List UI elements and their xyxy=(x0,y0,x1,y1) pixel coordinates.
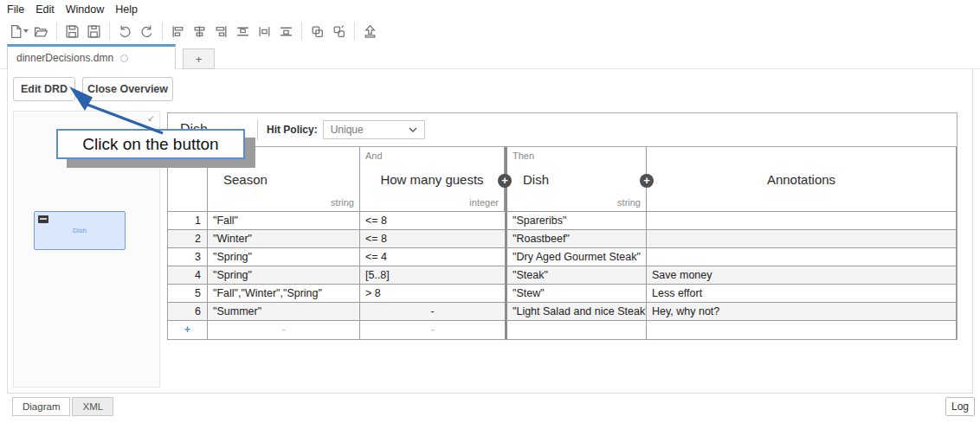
cell-dish[interactable]: "Steak" xyxy=(505,266,647,285)
add-row-placeholder[interactable] xyxy=(647,321,957,339)
row-number: 4 xyxy=(168,266,208,285)
cell-annotation[interactable] xyxy=(647,230,957,248)
column-type: integer xyxy=(469,197,499,208)
row-number: 3 xyxy=(168,248,208,266)
menu-edit[interactable]: Edit xyxy=(35,3,55,16)
toolbar-separator xyxy=(56,22,57,40)
column-label: Annotations xyxy=(647,172,956,187)
row-number: 6 xyxy=(168,303,208,321)
cell-annotation[interactable]: Less effort xyxy=(647,285,957,303)
open-file-icon[interactable] xyxy=(30,21,52,42)
add-row-button[interactable]: + xyxy=(168,321,208,339)
decision-table: Dish Hit Policy: Unique + + Season strin… xyxy=(167,112,957,340)
add-column-button[interactable]: + xyxy=(640,174,654,188)
toolbar-separator xyxy=(301,22,302,40)
menu-file[interactable]: File xyxy=(7,3,24,16)
add-row-placeholder[interactable] xyxy=(505,321,647,339)
menu-help[interactable]: Help xyxy=(115,3,138,16)
align-right-icon[interactable] xyxy=(210,21,232,42)
cell-guests[interactable]: <= 8 xyxy=(360,212,505,230)
hit-policy-label: Hit Policy: xyxy=(267,124,318,136)
cell-guests[interactable]: <= 4 xyxy=(360,248,505,266)
decision-node-dish[interactable]: Dish xyxy=(34,211,126,250)
cell-dish[interactable]: "Roastbeef" xyxy=(505,230,647,248)
close-overview-button[interactable]: Close Overview xyxy=(82,77,173,101)
collapse-panel-icon[interactable]: ↙ xyxy=(148,113,155,123)
align-center-icon[interactable] xyxy=(189,21,210,42)
menu-bar: File Edit Window Help xyxy=(0,0,980,18)
cell-season[interactable]: "Spring" xyxy=(208,248,360,266)
column-label: Dish xyxy=(507,172,646,187)
redo-icon[interactable] xyxy=(136,21,158,42)
add-row-placeholder[interactable]: - xyxy=(360,321,505,339)
ungroup-icon[interactable] xyxy=(328,21,350,42)
cell-season[interactable]: "Fall" xyxy=(208,212,360,230)
toolbar xyxy=(0,18,980,44)
cell-guests[interactable]: - xyxy=(360,303,505,321)
align-left-icon[interactable] xyxy=(167,21,189,42)
decision-node-label: Dish xyxy=(35,227,125,234)
cell-dish[interactable]: "Spareribs" xyxy=(505,212,647,230)
column-label: Season xyxy=(208,172,359,187)
add-column-button[interactable]: + xyxy=(498,174,512,188)
decision-table-glyph-icon xyxy=(38,215,48,223)
log-button[interactable]: Log xyxy=(945,397,975,416)
hit-policy-value: Unique xyxy=(331,124,364,136)
cell-annotation[interactable]: Hey, why not? xyxy=(647,303,957,321)
titlebar-divider xyxy=(257,119,258,140)
row-number: 5 xyxy=(168,285,208,303)
header-guests[interactable]: And How many guests integer xyxy=(360,147,505,212)
new-tab-button[interactable]: + xyxy=(183,48,215,69)
row-number: 2 xyxy=(168,230,208,248)
cell-annotation[interactable]: Save money xyxy=(647,266,957,285)
cell-season[interactable]: "Spring" xyxy=(208,266,360,285)
cell-dish[interactable]: "Light Salad and nice Steak" xyxy=(505,303,647,321)
toolbar-separator xyxy=(354,22,355,40)
tutorial-tooltip: Click on the button xyxy=(56,129,245,159)
editor-content-area: Edit DRD Close Overview ↙ Dish Dish Hit … xyxy=(7,69,973,394)
cell-season[interactable]: "Winter" xyxy=(208,230,360,248)
new-file-dropdown-caret[interactable] xyxy=(23,29,29,33)
cell-guests[interactable]: > 8 xyxy=(360,285,505,303)
column-type: string xyxy=(331,197,354,208)
header-dish[interactable]: Then Dish string xyxy=(505,147,647,212)
save-icon[interactable] xyxy=(61,21,83,42)
cell-season[interactable]: "Summer" xyxy=(208,303,360,321)
distribute-top-icon[interactable] xyxy=(232,21,254,42)
upload-icon[interactable] xyxy=(359,21,381,42)
cell-annotation[interactable] xyxy=(647,212,957,230)
header-annotations[interactable]: Annotations xyxy=(647,147,957,212)
column-label: How many guests xyxy=(360,172,504,187)
toolbar-separator xyxy=(162,22,163,40)
rule-keyword: Then xyxy=(513,151,534,161)
tab-filename: dinnerDecisions.dmn xyxy=(16,52,113,64)
decision-table-grid: + + Season string And How many guests in… xyxy=(167,147,957,340)
cell-guests[interactable]: [5..8] xyxy=(360,266,505,285)
save-all-icon[interactable] xyxy=(83,21,105,42)
document-tab-bar: dinnerDecisions.dmn + xyxy=(0,44,980,69)
chevron-down-icon xyxy=(409,127,417,132)
cell-annotation[interactable] xyxy=(647,248,957,266)
toolbar-separator xyxy=(109,22,110,40)
distribute-bottom-icon[interactable] xyxy=(275,21,297,42)
cell-guests[interactable]: <= 8 xyxy=(360,230,505,248)
tab-diagram[interactable]: Diagram xyxy=(12,397,70,416)
column-type: string xyxy=(617,197,641,208)
cell-dish[interactable]: "Stew" xyxy=(505,285,647,303)
menu-window[interactable]: Window xyxy=(66,3,104,16)
rule-keyword: And xyxy=(365,151,383,161)
add-row-placeholder[interactable]: - xyxy=(208,321,360,339)
tooltip-text: Click on the button xyxy=(82,135,218,154)
undo-icon[interactable] xyxy=(114,21,136,42)
edit-drd-button[interactable]: Edit DRD xyxy=(13,77,75,101)
dmn-editor-window: File Edit Window Help xyxy=(0,0,980,423)
group-icon[interactable] xyxy=(306,21,328,42)
cell-dish[interactable]: "Dry Aged Gourmet Steak" xyxy=(505,248,647,266)
tab-xml[interactable]: XML xyxy=(72,397,113,416)
distribute-middle-icon[interactable] xyxy=(254,21,275,42)
decision-table-titlebar: Dish Hit Policy: Unique xyxy=(167,112,957,147)
tab-dinnerdecisions[interactable]: dinnerDecisions.dmn xyxy=(7,44,176,69)
hit-policy-select[interactable]: Unique xyxy=(323,120,425,139)
unsaved-indicator-icon xyxy=(120,54,128,62)
cell-season[interactable]: "Fall","Winter","Spring" xyxy=(208,285,360,303)
